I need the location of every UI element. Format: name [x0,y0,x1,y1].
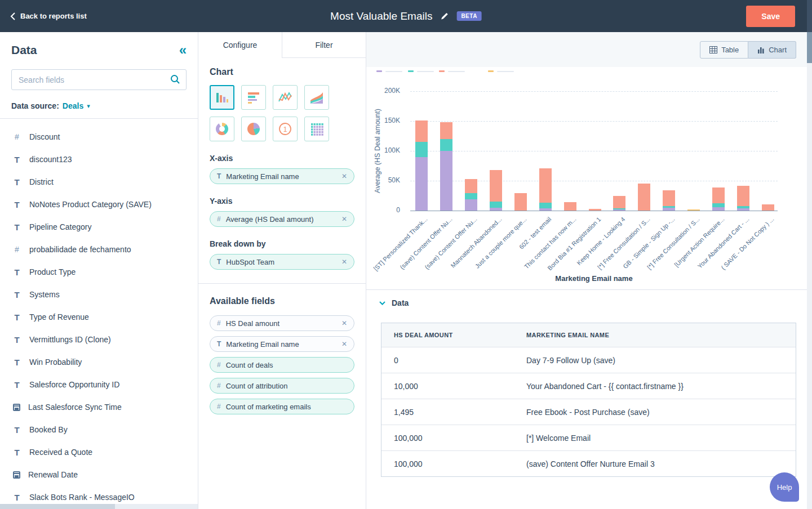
search-fields-input[interactable] [11,69,187,90]
bar-segment-purple[interactable] [440,151,452,211]
bar-segment-salmon[interactable] [638,184,650,211]
field-label: District [29,177,54,186]
field-item-vermittlungs-id-clone[interactable]: TVermittlungs ID (Clone) [12,328,198,351]
chart-type-horizontal-bar-button[interactable] [241,85,266,110]
bar-segment-purple[interactable] [613,209,625,211]
text-type-icon: T [12,358,21,367]
field-item-district[interactable]: TDistrict [12,171,198,193]
text-type-icon: T [12,200,21,209]
available-field-pill[interactable]: #Count of attribution [210,378,354,394]
table-icon [709,46,717,53]
field-item-systems[interactable]: TSystems [12,283,198,306]
bar-segment-purple[interactable] [415,157,428,211]
field-item-renewal-date[interactable]: Renewal Date [12,463,198,486]
chart-type-donut-button[interactable] [210,117,234,141]
field-item-win-probability[interactable]: TWin Probability [12,351,198,373]
stacked-bar [490,170,502,211]
y-axis-pill[interactable]: #Average (HS Deal amount)✕ [210,211,354,227]
chart-type-column-button[interactable] [210,85,234,110]
tab-configure[interactable]: Configure [198,32,282,58]
field-item-pipeline-category[interactable]: TPipeline Category [12,216,198,238]
bar-segment-salmon[interactable] [415,120,428,142]
bar-segment-salmon[interactable] [712,187,725,204]
available-field-pill[interactable]: #Count of deals [210,357,354,373]
single-value-icon: 1 [278,122,292,136]
field-item-discount123[interactable]: Tdiscount123 [12,148,198,171]
available-fields-title: Available fields [210,296,354,306]
bar-segment-teal[interactable] [490,202,502,208]
bar-segment-salmon[interactable] [663,190,675,206]
field-item-discount[interactable]: #Discount [12,126,198,148]
bar-segment-salmon[interactable] [539,168,552,203]
field-item-last-salesforce-sync-time[interactable]: Last Salesforce Sync Time [12,396,198,418]
available-field-pill[interactable]: #HS Deal amount✕ [210,315,354,331]
legend-text-remnant [385,71,402,72]
field-item-probabilidade-de-fechamento[interactable]: #probabilidade de fechamento [12,238,198,261]
available-field-pill[interactable]: TMarketing Email name✕ [210,336,354,352]
field-label: Slack Bots Rank - MessageIO [29,493,135,502]
bar-segment-salmon[interactable] [490,170,502,202]
chart-view-button[interactable]: Chart [748,41,796,59]
bar-segment-salmon[interactable] [564,202,576,211]
bar-segment-purple[interactable] [663,208,675,211]
remove-icon[interactable]: ✕ [341,258,347,266]
field-label: Booked By [29,425,68,434]
beta-badge: BETA [456,11,481,21]
field-item-received-a-quote[interactable]: TReceived a Quote [12,441,198,463]
chart-type-pie-button[interactable] [241,117,266,141]
tab-filter[interactable]: Filter [282,32,366,58]
y-tick-label: 50K [366,176,400,184]
remove-icon[interactable]: ✕ [341,172,347,180]
bar-segment-purple[interactable] [465,199,477,211]
vertical-scrollbar[interactable] [807,0,812,509]
x-axis-pill[interactable]: TMarketing Email name✕ [210,168,354,184]
table-view-button[interactable]: Table [700,41,748,59]
bar-segment-teal[interactable] [415,142,428,157]
bar-segment-salmon[interactable] [514,193,527,211]
help-button[interactable]: Help [770,472,799,502]
cell-email-name: Day 7-9 Follow Up (save) [514,356,796,365]
field-item-product-type[interactable]: TProduct Type [12,261,198,283]
field-item-nonotes-product-category-save[interactable]: TNoNotes Product Category (SAVE) [12,193,198,216]
number-type-icon: # [12,132,21,141]
bar-segment-purple[interactable] [490,208,502,211]
text-type-icon: T [12,425,21,435]
chart-type-line-button[interactable] [273,85,298,110]
breakdown-label: Break down by [210,239,354,248]
y-tick-label: 0 [366,206,400,214]
field-item-type-of-revenue[interactable]: TType of Revenue [12,306,198,328]
bar-segment-salmon[interactable] [737,186,749,206]
bar-segment-purple[interactable] [539,208,552,211]
text-type-icon: T [12,448,21,457]
chart-type-kpi-button[interactable]: 1 [273,117,298,141]
bar-segment-teal[interactable] [465,193,477,199]
bar-segment-salmon[interactable] [589,209,601,211]
remove-icon[interactable]: ✕ [341,340,347,348]
bar-segment-purple[interactable] [737,208,749,211]
remove-icon[interactable]: ✕ [341,319,347,327]
chart-type-pivot-button[interactable] [304,117,329,141]
bar-segment-salmon[interactable] [465,179,477,193]
bar-segment-yellow[interactable] [687,209,700,211]
field-item-booked-by[interactable]: TBooked By [12,418,198,441]
bar-segment-purple[interactable] [712,207,725,211]
horizontal-scrollbar[interactable] [0,504,198,509]
scrollbar-thumb[interactable] [807,32,812,63]
back-to-reports-link[interactable]: Back to reports list [10,12,87,20]
collapse-sidebar-icon[interactable]: « [179,43,187,57]
bar-segment-salmon[interactable] [762,204,774,211]
remove-icon[interactable]: ✕ [341,215,347,223]
edit-pencil-icon[interactable] [440,12,449,20]
save-button[interactable]: Save [746,6,795,27]
bar-segment-salmon[interactable] [613,196,625,208]
bar-segment-teal[interactable] [539,203,552,208]
breakdown-pill[interactable]: THubSpot Team✕ [210,254,354,270]
legend-swatch-purple [376,70,382,72]
field-item-salesforce-opportunity-id[interactable]: TSalesforce Opportunity ID [12,373,198,396]
data-source-dropdown[interactable]: Deals [63,101,83,110]
chevron-down-icon[interactable] [379,301,385,305]
chart-type-area-button[interactable] [304,85,329,110]
bar-segment-salmon[interactable] [440,122,452,139]
bar-segment-teal[interactable] [440,139,452,151]
available-field-pill[interactable]: #Count of marketing emails [210,399,354,414]
